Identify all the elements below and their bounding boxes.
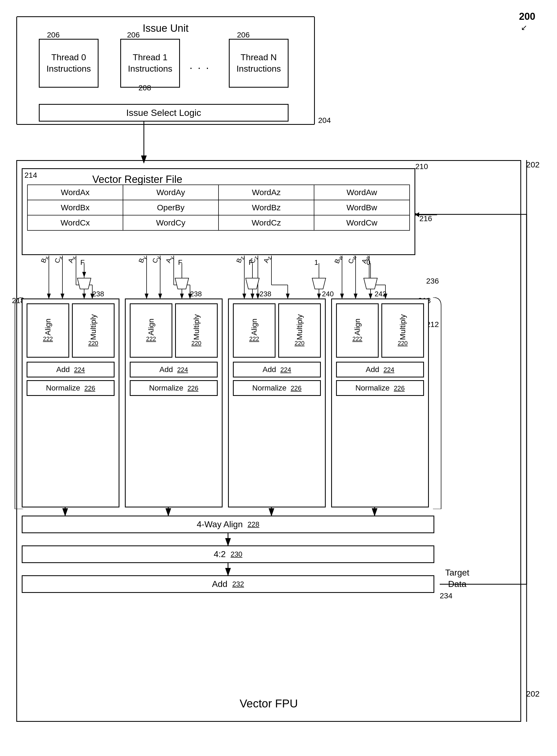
thread-0-box: Thread 0Instructions	[39, 39, 98, 88]
vrf-title: Vector Register File	[92, 174, 182, 185]
lane-x-normalize-box: Normalize 226	[27, 380, 115, 396]
mux-1: 1	[314, 258, 318, 267]
ref-238-1: 238	[92, 290, 104, 298]
ref-230: 230	[231, 550, 242, 558]
vrf-table: WordAx WordAy WordAz WordAw WordBx OperB…	[27, 184, 410, 231]
fpu-lane-y: Align 222 Multiply 220 Add 224 Normalize…	[125, 299, 223, 508]
lane-x-align-label: Align	[44, 319, 52, 335]
lane-y-align-label: Align	[147, 319, 155, 335]
target-data-label: TargetData	[445, 567, 469, 589]
thread-0-label: Thread 0Instructions	[47, 52, 91, 74]
ref-202-top: 202	[526, 160, 539, 169]
ref-206-a: 206	[47, 31, 60, 39]
vrf-cell-cz: WordCz	[218, 215, 314, 231]
mux-f-3: F	[248, 258, 253, 267]
lane-w-align-ref: 222	[352, 335, 362, 342]
lane-w-multiply-box: Multiply 220	[381, 303, 424, 358]
diagram-container: 200 ↙ Issue Unit 206 206 206 Thread 0Ins…	[0, 0, 557, 756]
lane-z-add-box: Add 224	[233, 362, 321, 377]
ref-216: 216	[419, 214, 432, 223]
ref-210: 210	[415, 162, 428, 171]
lane-z-align-ref: 222	[249, 335, 259, 342]
lane-z-multiply-box: Multiply 220	[278, 303, 321, 358]
lane-x-multiply-box: Multiply 220	[72, 303, 115, 358]
lane-z-align-box: Align 222	[233, 303, 275, 358]
lane-w-multiply-ref: 220	[398, 340, 408, 347]
issue-unit-box: Issue Unit 206 206 206 Thread 0Instructi…	[16, 16, 315, 125]
vrf-cell-cy: WordCy	[123, 215, 218, 231]
vrf-cell-operby: OperBy	[123, 200, 218, 215]
add-final-label: Add	[212, 579, 232, 589]
vrf-cell-ax: WordAx	[27, 185, 123, 200]
vrf-cell-ay: WordAy	[123, 185, 218, 200]
vrf-cell-cw: WordCw	[314, 215, 410, 231]
vector-fpu-label: Vector FPU	[240, 697, 298, 710]
four-way-align-box: 4-Way Align 228	[22, 516, 434, 533]
mux-f-1: F	[80, 258, 85, 267]
fpu-lane-w: Align 222 Multiply 220 Add 224 Normalize…	[331, 299, 429, 508]
vrf-cell-aw: WordAw	[314, 185, 410, 200]
ref-214: 214	[24, 171, 37, 180]
lane-y-multiply-box: Multiply 220	[175, 303, 218, 358]
vrf-cell-az: WordAz	[218, 185, 314, 200]
vrf-cell-bx: WordBx	[27, 200, 123, 215]
ref-206-c: 206	[237, 31, 250, 39]
lane-y-normalize-box: Normalize 226	[130, 380, 218, 396]
issue-select-label: Issue Select Logic	[126, 108, 201, 118]
lane-z-normalize-box: Normalize 226	[233, 380, 321, 396]
ref-228: 228	[247, 520, 259, 528]
thread-1-label: Thread 1Instructions	[128, 52, 172, 74]
lane-y-multiply-label: Multiply	[192, 314, 201, 340]
ref-206-b: 206	[127, 31, 140, 39]
vrf-row-1: WordAx WordAy WordAz WordAw	[27, 185, 410, 200]
lane-w-multiply-label: Multiply	[399, 314, 407, 340]
fpu-lane-x: Align 222 Multiply 220 Add 224 Normalize…	[22, 299, 119, 508]
lane-z-multiply-ref: 220	[294, 340, 304, 347]
ref-238-3: 238	[260, 290, 271, 298]
lane-z-multiply-label: Multiply	[295, 314, 304, 340]
lane-w-align-label: Align	[353, 319, 362, 335]
vrf-row-3: WordCx WordCy WordCz WordCw	[27, 215, 410, 231]
ref-238-2: 238	[190, 290, 202, 298]
fpu-lane-z: Align 222 Multiply 220 Add 224 Normalize…	[228, 299, 326, 508]
lane-x-multiply-ref: 220	[88, 340, 98, 347]
add-final-box: Add 232	[22, 575, 434, 593]
arrow-into-vrf	[415, 214, 437, 215]
lane-y-align-ref: 222	[146, 335, 156, 342]
lane-w-add-box: Add 224	[336, 362, 424, 377]
ref-200: 200	[519, 11, 535, 22]
vrf-cell-bz: WordBz	[218, 200, 314, 215]
lane-y-multiply-ref: 220	[192, 340, 201, 347]
arrow-200: ↙	[521, 23, 527, 32]
four-two-box: 4:2 230	[22, 545, 434, 563]
lane-x-add-box: Add 224	[27, 362, 115, 377]
lane-w-normalize-box: Normalize 226	[336, 380, 424, 396]
vrf-cell-cx: WordCx	[27, 215, 123, 231]
lane-y-align-box: Align 222	[130, 303, 172, 358]
lane-x-align-ref: 222	[43, 335, 53, 342]
ref-208: 208	[139, 84, 151, 92]
mux-0: 0	[367, 258, 370, 267]
ellipsis: . . .	[189, 59, 210, 71]
ref-232: 232	[232, 580, 244, 588]
thread-1-box: Thread 1Instructions	[120, 39, 180, 88]
lane-z-align-label: Align	[250, 319, 259, 335]
issue-unit-title: Issue Unit	[143, 23, 189, 34]
lane-w-align-box: Align 222	[336, 303, 379, 358]
ref-202-bot: 202	[526, 689, 539, 698]
thread-n-label: Thread NInstructions	[236, 52, 281, 74]
ref-204: 204	[318, 116, 331, 125]
lane-x-multiply-label: Multiply	[89, 314, 98, 340]
four-way-label: 4-Way Align	[197, 519, 247, 530]
issue-select-box: Issue Select Logic	[39, 104, 289, 122]
ref-240: 240	[322, 290, 333, 298]
ref-242: 242	[375, 290, 386, 298]
mux-f-2: F	[178, 258, 182, 267]
thread-n-box: Thread NInstructions	[229, 39, 289, 88]
vrf-cell-bw: WordBw	[314, 200, 410, 215]
ref-236: 236	[426, 277, 439, 285]
lane-x-align-box: Align 222	[27, 303, 69, 358]
ref-234: 234	[440, 592, 452, 600]
four-two-label: 4:2	[214, 549, 231, 559]
vrf-row-2: WordBx OperBy WordBz WordBw	[27, 200, 410, 215]
